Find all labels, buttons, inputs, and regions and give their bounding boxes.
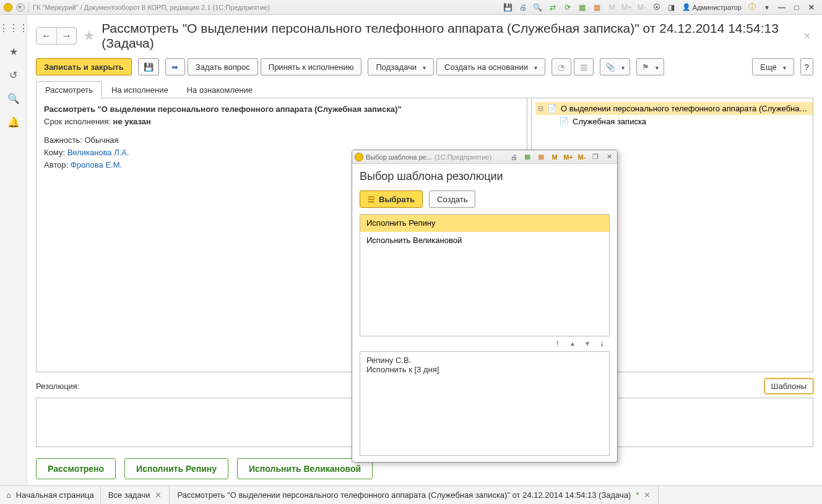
template-list[interactable]: Исполнить Репину Испольнить Великановой [360,214,610,336]
reviewed-button[interactable]: Рассмотрено [36,458,116,479]
dialog-1c-icon [355,153,363,161]
tree-root-label: О выделении персонального телефонного ап… [561,104,810,113]
home-tab[interactable]: ⌂ Начальная страница [0,486,101,504]
more-label: Еще [760,62,776,72]
nav-back-button[interactable]: ← [37,28,56,44]
calendar-icon[interactable]: ▦ [576,1,589,14]
preview-icon[interactable]: 🔍 [531,1,545,14]
accept-exec-button[interactable]: Принять к исполнению [261,58,362,75]
dialog-titlebar: Выбор шаблона ре... (1С:Предприятие) 🖨 ▦… [352,150,617,164]
help-button[interactable]: ? [800,58,813,75]
list-up-icon[interactable]: ▲ [565,338,580,349]
m-icon: M [605,1,619,14]
user-label[interactable]: 👤 Администратор [680,3,744,11]
nav-back-forward: ← → [36,27,77,45]
dialog-choose-button[interactable]: ☰ Выбрать [360,190,423,208]
home-icon: ⌂ [6,490,11,500]
page-title: Рассмотреть "О выделении персонального т… [102,21,795,51]
forward-button[interactable]: ➡ [165,58,185,75]
calendar31-icon[interactable]: ▦ [591,1,604,14]
tree-collapse-icon[interactable]: ⊟ [538,105,543,113]
close-window-icon[interactable]: ✕ [805,1,818,14]
templates-button[interactable]: Шаблоны [764,378,814,394]
to-link[interactable]: Великанова Л.А. [67,148,129,157]
exec-repinu-button[interactable]: Исполнить Репину [124,458,228,479]
favorites-icon[interactable]: ★ [7,45,20,58]
user-name: Администратор [693,4,742,11]
template-item[interactable]: Испольнить Великановой [360,232,609,249]
tab-review[interactable]: Рассмотреть [36,81,102,98]
zoom-icon[interactable]: ⦿ [650,1,664,14]
task-subject: Рассмотреть "О выделении персонального т… [44,105,519,114]
dialog-close-icon[interactable]: ✕ [604,152,615,163]
template-picker-dialog: Выбор шаблона ре... (1С:Предприятие) 🖨 ▦… [352,150,618,463]
minimize-icon[interactable]: — [775,1,789,14]
favorite-star-icon[interactable]: ★ [83,28,95,44]
user-icon: 👤 [682,3,691,11]
info-drop-icon[interactable]: ▾ [760,1,774,14]
history-icon[interactable]: ↺ [7,68,20,82]
save-icon[interactable]: 💾 [501,1,515,14]
flag-dropdown[interactable]: ⚑ [636,58,664,75]
tree-root-row[interactable]: ⊟ 📄 О выделении персонального телефонног… [535,102,813,115]
close-page-icon[interactable]: ✕ [801,31,813,41]
current-tab[interactable]: Рассмотреть "О выделении персонального т… [170,486,659,504]
deadline-value: не указан [113,117,151,126]
dialog-cal-icon[interactable]: ▦ [535,152,547,163]
subtasks-label: Подзадачи [376,62,417,72]
panels-icon[interactable]: ◨ [665,1,678,14]
list-top-icon[interactable]: ⭱ [550,338,565,349]
time-report-button[interactable]: ◔ [552,58,571,75]
disk-icon: 💾 [144,62,154,72]
search-icon[interactable]: 🔍 [7,92,20,105]
dialog-mplus-icon[interactable]: M+ [563,152,574,163]
dialog-create-button[interactable]: Создать [429,190,475,208]
choose-icon: ☰ [368,195,375,204]
app-title: ГК "Меркурий" / Документооборот 8 КОРП, … [33,4,270,11]
attach-dropdown[interactable]: 📎 [600,58,630,75]
template-item[interactable]: Исполнить Репину [360,215,609,232]
close-tab-icon[interactable]: ✕ [644,490,651,500]
current-tab-label: Рассмотреть "О выделении персонального т… [177,490,631,500]
ask-question-button[interactable]: Задать вопрос [188,58,258,75]
tree-child-row[interactable]: 📄 Служебная записка [535,115,813,128]
chart-button[interactable]: ▥ [574,58,594,75]
tree-child-label: Служебная записка [573,117,646,126]
sections-icon[interactable]: ⋮⋮⋮ [7,21,20,35]
list-bottom-icon[interactable]: ⭳ [595,338,610,349]
task-tabs: Рассмотреть На исполнение На ознакомлени… [36,80,813,98]
m-plus-icon: M+ [620,1,634,14]
dialog-mminus-icon[interactable]: M- [576,152,587,163]
close-tab-icon[interactable]: ✕ [155,490,162,500]
nav-forward-button[interactable]: → [56,28,76,44]
list-down-icon[interactable]: ▼ [580,338,595,349]
dialog-choose-label: Выбрать [379,195,415,204]
author-label: Автор: [44,160,68,169]
main-area: ← → ★ Рассмотреть "О выделении персональ… [27,15,822,485]
info-icon[interactable]: ⓘ [745,1,759,14]
author-link[interactable]: Фролова Е.М. [71,160,122,169]
maximize-icon[interactable]: □ [790,1,803,14]
dialog-grid-icon[interactable]: ▦ [522,152,533,163]
all-tasks-tab[interactable]: Все задачи ✕ [101,486,170,504]
tab-acquaint[interactable]: На ознакомление [178,81,262,98]
dialog-restore-icon[interactable]: ❐ [590,152,601,163]
dialog-m-icon[interactable]: M [549,152,560,163]
refresh-icon[interactable]: ⟳ [561,1,574,14]
save-and-close-button[interactable]: Записать и закрыть [36,58,132,75]
list-nav-arrows: ⭱ ▲ ▼ ⭳ [360,336,610,351]
compare-icon[interactable]: ⇄ [546,1,560,14]
tab-execute[interactable]: На исполнение [102,81,178,98]
app-dropdown-icon[interactable] [16,3,25,12]
more-dropdown[interactable]: Еще [752,58,794,75]
print-icon[interactable]: 🖨 [516,1,530,14]
dialog-window-subtitle: (1С:Предприятие) [435,153,491,161]
dialog-print-icon[interactable]: 🖨 [508,152,519,163]
create-based-dropdown[interactable]: Создать на основании [436,58,545,75]
chart-icon: ▥ [580,62,587,72]
save-button[interactable]: 💾 [138,58,159,75]
notifications-icon[interactable]: 🔔 [7,115,20,129]
subtasks-dropdown[interactable]: Подзадачи [368,58,434,75]
document-icon: 📄 [547,104,557,113]
dirty-indicator-icon: * [636,490,639,500]
